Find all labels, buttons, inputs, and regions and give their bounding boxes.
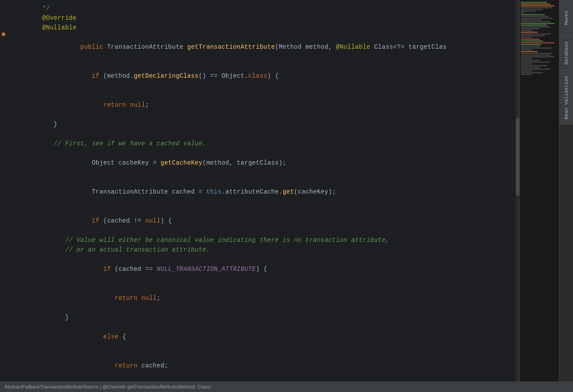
maven-tab[interactable]: Maven — [559, 0, 573, 35]
line-code: } — [29, 119, 519, 129]
line-code: } — [29, 313, 519, 322]
database-tab[interactable]: Database — [559, 35, 573, 70]
code-line: else { — [0, 322, 519, 351]
code-line: return null; — [0, 284, 519, 313]
code-line: return null; — [0, 90, 519, 119]
line-code: // or an actual transaction attribute. — [29, 245, 519, 255]
code-editor[interactable]: */ @Override @Nullable — [0, 0, 519, 392]
code-line: TransactionAttribute cached = this.attri… — [0, 177, 519, 206]
code-line: // Value will either be canonical value … — [0, 235, 519, 245]
code-line — [0, 129, 519, 139]
code-line: if (cached == NULL_TRANSACTION_ATTRIBUTE… — [0, 255, 519, 284]
line-code: @Override — [29, 13, 519, 23]
line-code: TransactionAttribute cached = this.attri… — [29, 177, 519, 206]
code-line: } — [0, 313, 519, 322]
line-code: if (cached != null) { — [29, 206, 519, 235]
code-content: */ @Override @Nullable — [0, 0, 519, 392]
code-line: */ — [0, 4, 519, 13]
code-line: public TransactionAttribute getTransacti… — [0, 32, 519, 61]
main-container: */ @Override @Nullable — [0, 0, 573, 392]
status-bar: AbstractFallbackTransactionAttributeSour… — [0, 381, 573, 392]
line-code: */ — [29, 4, 519, 13]
code-line: @Nullable — [0, 23, 519, 32]
bean-validation-tab[interactable]: Bean Validation — [559, 70, 573, 125]
code-line: return cached; — [0, 351, 519, 380]
line-code: @Nullable — [29, 23, 519, 32]
code-line: Object cacheKey = getCacheKey(method, ta… — [0, 148, 519, 177]
line-code: if (method.getDeclaringClass() == Object… — [29, 61, 519, 90]
scrollbar-track[interactable] — [516, 0, 519, 392]
code-line: if (method.getDeclaringClass() == Object… — [0, 61, 519, 90]
line-code: else { — [29, 322, 519, 351]
right-panels: Maven Database Bean Validation — [559, 0, 573, 392]
line-code: return null; — [29, 90, 519, 119]
line-code: // First, see if we have a cached value. — [29, 139, 519, 148]
line-code: public TransactionAttribute getTransacti… — [29, 32, 519, 61]
scrollbar-thumb[interactable] — [516, 118, 519, 196]
gutter-icon — [0, 32, 7, 36]
gutter-marker — [2, 32, 5, 36]
minimap-content — [520, 0, 559, 77]
code-line: // or an actual transaction attribute. — [0, 245, 519, 255]
code-line: } — [0, 119, 519, 129]
status-text: AbstractFallbackTransactionAttributeSour… — [4, 384, 211, 389]
code-line: // First, see if we have a cached value. — [0, 139, 519, 148]
line-code: // Value will either be canonical value … — [29, 235, 519, 245]
minimap — [519, 0, 559, 392]
line-code: return null; — [29, 284, 519, 313]
code-line: if (cached != null) { — [0, 206, 519, 235]
line-code — [29, 129, 519, 139]
line-code: Object cacheKey = getCacheKey(method, ta… — [29, 148, 519, 177]
line-code: return cached; — [29, 351, 519, 380]
line-code: if (cached == NULL_TRANSACTION_ATTRIBUTE… — [29, 255, 519, 284]
code-line: @Override — [0, 13, 519, 23]
